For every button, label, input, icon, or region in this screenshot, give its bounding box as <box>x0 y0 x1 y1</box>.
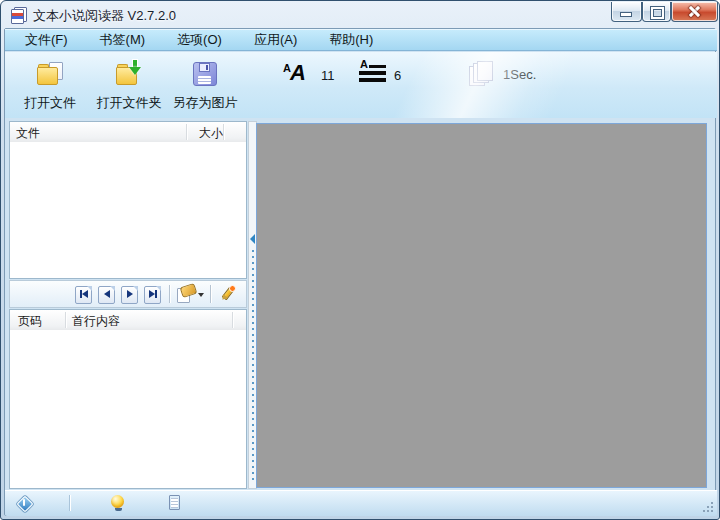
minimize-icon <box>621 13 631 16</box>
info-diamond-icon[interactable] <box>17 496 32 511</box>
pencil-dot-icon <box>229 285 236 292</box>
close-button[interactable] <box>671 2 718 22</box>
notepad-icon[interactable] <box>169 495 180 510</box>
menu-help[interactable]: 帮助(H) <box>317 30 385 50</box>
open-folder-green-arrow-icon <box>116 62 143 85</box>
maximize-button[interactable] <box>642 2 671 22</box>
file-list-panel: 文件 大小 <box>9 121 247 279</box>
menu-bar: 文件(F) 书签(M) 选项(O) 应用(A) 帮助(H) <box>5 29 717 51</box>
column-header-size[interactable]: 大小 <box>186 125 223 142</box>
column-header-page-number[interactable]: 页码 <box>18 313 42 330</box>
splitter-collapse-icon[interactable] <box>250 234 255 244</box>
close-icon <box>689 6 700 17</box>
bookmark-list-header: 页码 首行内容 <box>10 310 246 331</box>
reader-content-area[interactable] <box>256 123 707 488</box>
window-controls <box>611 2 718 22</box>
edit-bookmark-button[interactable] <box>216 284 238 305</box>
open-folder-label: 打开文件夹 <box>97 94 162 112</box>
statusbar-separator <box>69 495 70 511</box>
toolbar-separator <box>210 285 211 303</box>
save-floppy-disk-icon <box>193 62 217 86</box>
titlebar[interactable]: 文本小说阅读器 V2.7.2.0 <box>1 1 719 28</box>
line-spacing-value: 6 <box>394 68 401 83</box>
page-interval-value: 1Sec. <box>503 67 536 82</box>
save-as-image-label: 另存为图片 <box>173 94 238 112</box>
splitter-dots <box>252 250 254 484</box>
page-interval-pages-icon <box>469 61 495 86</box>
lamp-icon[interactable] <box>111 495 125 512</box>
open-file-folder-document-icon <box>37 62 64 85</box>
column-header-first-line[interactable]: 首行内容 <box>72 313 120 330</box>
app-icon <box>11 7 27 23</box>
page-interval-group: 1Sec. <box>469 61 536 86</box>
status-bar <box>5 490 717 516</box>
menu-options[interactable]: 选项(O) <box>165 30 234 50</box>
open-folder-button[interactable]: 打开文件夹 <box>89 62 169 112</box>
font-size-group: AA 11 <box>281 62 335 88</box>
menu-apply[interactable]: 应用(A) <box>242 30 309 50</box>
maximize-icon <box>651 7 664 19</box>
column-header-file[interactable]: 文件 <box>16 125 40 142</box>
line-spacing-group: A 6 <box>359 62 401 84</box>
bookmark-list-panel: 页码 首行内容 <box>9 309 247 489</box>
bookmark-nav-toolbar <box>9 280 247 308</box>
font-size-value: 11 <box>321 68 335 83</box>
toolbar-separator <box>169 285 170 303</box>
menu-file[interactable]: 文件(F) <box>13 30 80 50</box>
main-toolbar: 打开文件 打开文件夹 另存为图片 AA 11 A 6 <box>5 52 717 118</box>
bookmark-hand-icon <box>180 282 198 297</box>
open-file-label: 打开文件 <box>24 94 76 112</box>
file-list-body[interactable] <box>10 142 246 278</box>
menu-bookmark[interactable]: 书签(M) <box>88 30 158 50</box>
bookmark-menu-button[interactable] <box>175 284 205 305</box>
app-window: 文本小说阅读器 V2.7.2.0 文件(F) 书签(M) 选项(O) 应用(A)… <box>0 0 720 520</box>
previous-page-button[interactable] <box>96 284 117 305</box>
last-page-button[interactable] <box>142 284 163 305</box>
next-page-button[interactable] <box>119 284 140 305</box>
minimize-button[interactable] <box>611 2 642 22</box>
first-page-button[interactable] <box>73 284 94 305</box>
open-file-button[interactable]: 打开文件 <box>13 62 87 112</box>
resize-grip[interactable] <box>701 500 713 512</box>
chevron-down-icon[interactable] <box>198 293 204 297</box>
font-size-icon: AA <box>281 62 313 88</box>
window-title: 文本小说阅读器 V2.7.2.0 <box>33 7 176 25</box>
save-as-image-button[interactable]: 另存为图片 <box>165 62 245 112</box>
file-list-header: 文件 大小 <box>10 122 246 143</box>
bookmark-list-body[interactable] <box>10 330 246 488</box>
line-spacing-icon: A <box>359 62 386 84</box>
